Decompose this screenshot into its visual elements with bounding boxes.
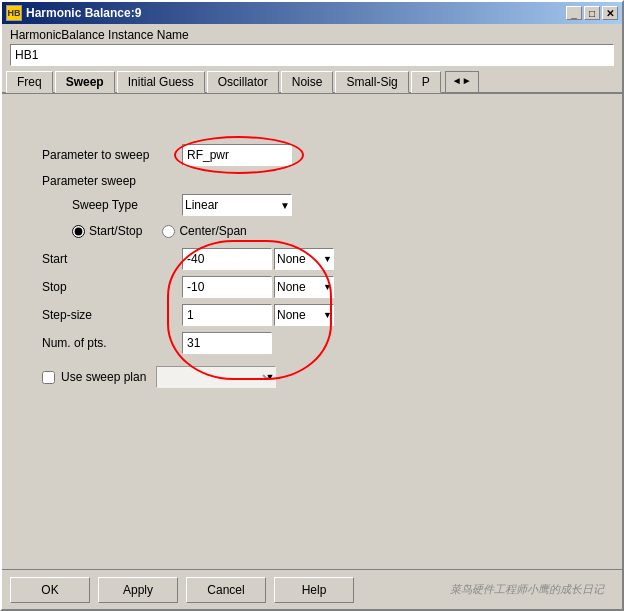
- instance-name-input[interactable]: [10, 44, 614, 66]
- watermark-text: 菜鸟硬件工程师小鹰的成长日记: [450, 582, 604, 597]
- sweep-type-select[interactable]: Linear Log List: [182, 194, 292, 216]
- sweep-type-row: Sweep Type Linear Log List ▼: [72, 194, 582, 216]
- stop-input[interactable]: [182, 276, 272, 298]
- param-sweep-section-label: Parameter sweep: [42, 174, 582, 188]
- bottom-bar: OK Apply Cancel Help 菜鸟硬件工程师小鹰的成长日记: [2, 569, 622, 609]
- title-bar-left: HB Harmonic Balance:9: [6, 5, 141, 21]
- instance-name-label: HarmonicBalance Instance Name: [2, 24, 622, 44]
- param-to-sweep-input[interactable]: [182, 144, 292, 166]
- main-window: HB Harmonic Balance:9 _ □ ✕ HarmonicBala…: [0, 0, 624, 611]
- start-unit-wrapper: None Hz dBm ▼: [272, 248, 334, 270]
- radio-start-stop[interactable]: Start/Stop: [72, 224, 142, 238]
- start-row: Start None Hz dBm ▼: [42, 248, 582, 270]
- step-size-input[interactable]: [182, 304, 272, 326]
- stop-unit-select[interactable]: None Hz dBm: [274, 276, 334, 298]
- tab-initial-guess[interactable]: Initial Guess: [117, 71, 205, 93]
- sweep-type-select-wrapper: Linear Log List ▼: [182, 194, 292, 216]
- stop-row: Stop None Hz dBm ▼: [42, 276, 582, 298]
- minimize-button[interactable]: _: [566, 6, 582, 20]
- window-icon: HB: [6, 5, 22, 21]
- stop-label: Stop: [42, 280, 182, 294]
- start-label: Start: [42, 252, 182, 266]
- tab-freq[interactable]: Freq: [6, 71, 53, 93]
- window-title: Harmonic Balance:9: [26, 6, 141, 20]
- watermark: 菜鸟硬件工程师小鹰的成长日记: [362, 582, 614, 597]
- step-size-row: Step-size None Hz dBm ▼: [42, 304, 582, 326]
- stop-unit-wrapper: None Hz dBm ▼: [272, 276, 334, 298]
- radio-center-span-input[interactable]: [162, 225, 175, 238]
- tab-oscillator[interactable]: Oscillator: [207, 71, 279, 93]
- tab-sweep[interactable]: Sweep: [55, 71, 115, 93]
- help-button[interactable]: Help: [274, 577, 354, 603]
- radio-start-stop-input[interactable]: [72, 225, 85, 238]
- apply-button[interactable]: Apply: [98, 577, 178, 603]
- param-to-sweep-label: Parameter to sweep: [42, 148, 182, 162]
- sweep-type-label: Sweep Type: [72, 198, 182, 212]
- sweep-plan-select-wrapper: ▼: [152, 366, 276, 388]
- title-bar: HB Harmonic Balance:9 _ □ ✕: [2, 2, 622, 24]
- tab-p[interactable]: P: [411, 71, 441, 93]
- step-unit-select[interactable]: None Hz dBm: [274, 304, 334, 326]
- use-sweep-plan-row: Use sweep plan ▼: [42, 366, 582, 388]
- step-size-label: Step-size: [42, 308, 182, 322]
- start-input[interactable]: [182, 248, 272, 270]
- num-pts-label: Num. of pts.: [42, 336, 182, 350]
- title-bar-buttons: _ □ ✕: [566, 6, 618, 20]
- num-pts-row: Num. of pts.: [42, 332, 582, 354]
- num-pts-input[interactable]: [182, 332, 272, 354]
- close-button[interactable]: ✕: [602, 6, 618, 20]
- tab-scroll-arrow[interactable]: ◄►: [445, 71, 479, 93]
- param-to-sweep-row: Parameter to sweep: [42, 144, 582, 166]
- start-unit-select[interactable]: None Hz dBm: [274, 248, 334, 270]
- cancel-button[interactable]: Cancel: [186, 577, 266, 603]
- ok-button[interactable]: OK: [10, 577, 90, 603]
- tab-small-sig[interactable]: Small-Sig: [335, 71, 408, 93]
- tabs-bar: Freq Sweep Initial Guess Oscillator Nois…: [2, 70, 622, 94]
- radio-row: Start/Stop Center/Span: [72, 224, 582, 238]
- maximize-button[interactable]: □: [584, 6, 600, 20]
- radio-center-span[interactable]: Center/Span: [162, 224, 246, 238]
- content-area: Parameter to sweep Parameter sweep Sweep…: [2, 94, 622, 569]
- step-unit-wrapper: None Hz dBm ▼: [272, 304, 334, 326]
- use-sweep-plan-label: Use sweep plan: [61, 370, 146, 384]
- use-sweep-plan-checkbox[interactable]: [42, 371, 55, 384]
- tab-noise[interactable]: Noise: [281, 71, 334, 93]
- sweep-plan-select[interactable]: [156, 366, 276, 388]
